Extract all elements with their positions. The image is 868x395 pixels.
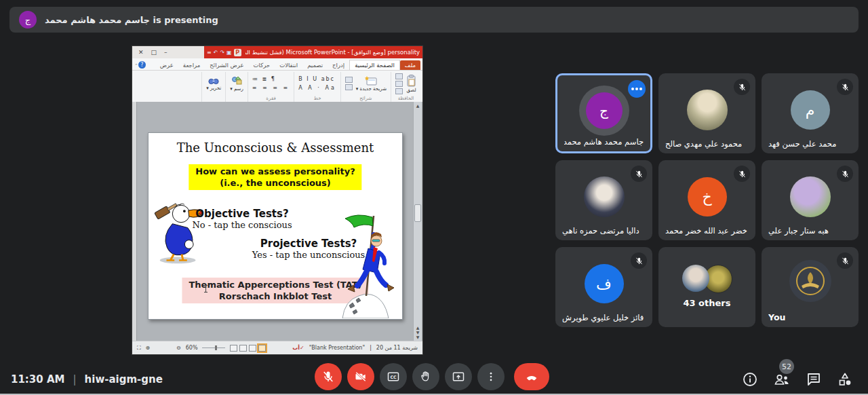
objective-tests-block: Objective Tests? No - tap the conscious	[188, 208, 296, 230]
participant-name: داليا مرتضى حمزه ناهي	[562, 226, 646, 236]
raise-hand-button[interactable]	[412, 363, 439, 390]
text-cursor	[205, 285, 206, 293]
participant-tile-others[interactable]: 43 others	[658, 247, 755, 327]
spellcheck-icon: أب✓	[292, 345, 304, 351]
participant-avatar: ج	[586, 92, 623, 129]
participant-tile-dalia[interactable]: داليا مرتضى حمزه ناهي	[555, 160, 652, 240]
presenting-banner: ج جاسم محمد هاشم محمد is presenting	[9, 7, 859, 33]
more-options-button[interactable]	[477, 363, 505, 390]
objective-heading: Objective Tests?	[188, 208, 296, 220]
ppt-status-bar: ⛶ ⊕ ⊖ 60% أب✓ "Blank Presentation" | شري…	[132, 341, 422, 354]
maximize-icon: □	[151, 49, 157, 56]
ppt-window-controls: ✕ □ –	[132, 46, 204, 58]
mic-off-icon	[738, 83, 747, 92]
ribbon-group-drawing: رسم ▾	[225, 72, 248, 102]
mic-off-badge	[837, 79, 853, 95]
others-count-label: 43 others	[658, 298, 755, 308]
meeting-details-icon[interactable]	[742, 371, 758, 388]
participant-tile-you[interactable]: You	[762, 247, 859, 327]
minimize-icon: –	[164, 49, 167, 56]
shared-screen-powerpoint: ✕ □ – personality [وضع التوافق] - Micros…	[132, 46, 422, 354]
ppt-titlebar: ✕ □ – personality [وضع التوافق] - Micros…	[132, 46, 422, 58]
mic-off-badge	[631, 252, 647, 269]
redo-icon: ↷	[220, 50, 224, 56]
meet-control-bar: 11:30 AM | hiw-aigm-gne CC 52	[0, 360, 868, 395]
participant-tile-jasim[interactable]: ج جاسم محمد هاشم محمد	[555, 73, 652, 153]
ppt-vertical-scrollbar: ▲ ▲▼▼	[413, 102, 422, 341]
participant-avatar: خ	[688, 177, 727, 217]
zoom-level: 60%	[186, 345, 198, 351]
participant-name: You	[768, 312, 852, 322]
presenting-text: جاسم محمد هاشم محمد is presenting	[45, 15, 218, 25]
slide-counter: شريحة 11 من 20	[376, 345, 418, 351]
participant-tile-faiz[interactable]: ف فائز خليل عليوي طويرش	[555, 247, 652, 327]
call-buttons: CC	[315, 363, 549, 390]
time-and-code: 11:30 AM | hiw-aigm-gne	[11, 373, 163, 385]
zoom-slider	[202, 347, 225, 348]
zoom-in-icon: ⊕	[146, 345, 151, 351]
slide-yellow-callout: How can we assess personality? (i.e., th…	[189, 164, 361, 190]
svg-text:CC: CC	[390, 375, 397, 379]
status-divider: |	[370, 345, 372, 351]
save-icon: ▣	[226, 50, 232, 56]
participant-avatar: ف	[585, 264, 624, 303]
mic-off-icon	[635, 257, 644, 265]
participant-photo	[584, 176, 625, 217]
tab-insert: إدراج	[328, 60, 349, 70]
others-group: 43 others	[658, 265, 755, 308]
ribbon-group-editing: تحرير ▾	[201, 72, 225, 102]
tab-design: تصميم	[302, 60, 328, 70]
fit-to-window-icon: ⛶	[137, 345, 141, 352]
clipboard-icon	[406, 75, 416, 87]
mic-off-badge	[631, 166, 647, 182]
ppt-window-title-area: personality [وضع التوافق] - Microsoft Po…	[204, 46, 422, 58]
ribbon-group-slides: شريحة جديدة ▾ شرائح	[340, 72, 391, 102]
participant-tile-khidr[interactable]: خ خضر عبد الله خضر محمد	[658, 160, 755, 240]
tab-file: ملف	[400, 60, 420, 70]
participant-photo	[790, 176, 831, 217]
ppt-ribbon-tabs: ملف الصفحة الرئيسية إدراج تصميم انتقالات…	[132, 58, 422, 71]
mic-off-icon	[841, 83, 850, 92]
mic-off-icon	[841, 257, 850, 265]
ppt-window-title: personality [وضع التوافق] - Microsoft Po…	[245, 49, 420, 56]
mic-off-badge	[734, 79, 750, 95]
font-style-icons: B I U abc	[298, 76, 336, 82]
tile-options-button[interactable]	[628, 80, 646, 98]
ppt-ribbon: لصق الحافظة شريحة جديدة ▾ شرائح	[132, 71, 422, 102]
participant-count-badge: 52	[779, 359, 794, 374]
slides-small-buttons	[345, 77, 353, 90]
tab-home: الصفحة الرئيسية	[349, 60, 400, 70]
mic-off-icon	[738, 170, 747, 178]
group-label-paragraph: فقرة	[266, 95, 275, 102]
camera-toggle-button[interactable]	[347, 363, 374, 390]
participant-tile-heba[interactable]: هبه ستار جبار علي	[762, 160, 859, 240]
university-emblem-icon	[795, 265, 826, 297]
toolbar-menu-icon: ≡	[207, 50, 212, 56]
mic-off-badge	[837, 166, 853, 182]
font-controls: B I U abc A A · Aa	[298, 76, 336, 91]
undo-icon: ↶	[214, 50, 218, 56]
editing-button: تحرير ▾	[206, 76, 221, 91]
mic-toggle-button[interactable]	[315, 363, 342, 390]
participant-tile-mohammed[interactable]: م محمد علي حسن فهد	[762, 73, 859, 153]
activities-icon[interactable]	[837, 371, 853, 388]
end-call-button[interactable]	[514, 363, 549, 390]
tab-review: مراجعة	[178, 60, 205, 70]
new-slide-icon	[365, 76, 377, 86]
participant-tile-mahmoud[interactable]: محمود علي مهدي صالح	[658, 73, 755, 153]
presenter-name: جاسم محمد هاشم محمد	[45, 15, 150, 25]
present-screen-icon	[452, 370, 465, 383]
captions-button[interactable]: CC	[380, 363, 407, 390]
ribbon-collapse-icon: ⌃	[134, 63, 138, 69]
zoom-out-icon: ⊖	[176, 345, 181, 351]
captions-icon: CC	[387, 370, 400, 383]
others-avatars	[658, 265, 755, 293]
present-screen-button[interactable]	[445, 363, 472, 390]
clock-time: 11:30 AM	[11, 373, 65, 385]
tab-animations: حركات	[249, 60, 275, 70]
mic-off-badge	[734, 166, 750, 182]
ribbon-group-clipboard: لصق الحافظة	[391, 72, 420, 102]
paste-button: لصق	[406, 75, 416, 93]
chat-icon[interactable]	[806, 371, 822, 388]
end-call-icon	[524, 369, 539, 384]
